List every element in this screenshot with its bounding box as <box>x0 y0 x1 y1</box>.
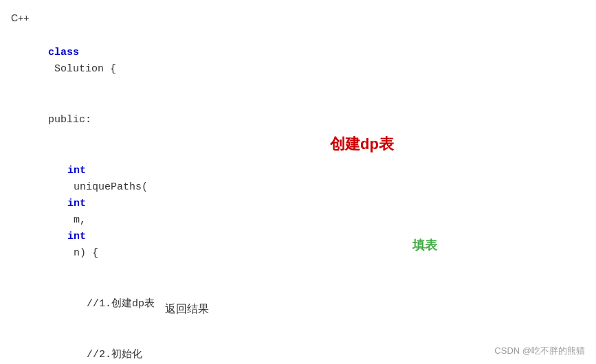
comment-1: //1.创建dp表 <box>87 298 155 310</box>
fn-name: uniquePaths( <box>67 181 148 193</box>
keyword-class: class <box>48 47 79 58</box>
param-n: n) { <box>67 247 98 259</box>
lang-label: C++ <box>0 7 596 27</box>
class-name: Solution { <box>48 63 116 75</box>
code-line-3: int uniquePaths( int m, int n) { <box>11 146 585 279</box>
code-line-1: class Solution { <box>11 27 585 95</box>
code-block: class Solution { public: int uniquePaths… <box>0 27 596 364</box>
annotation-fill-table: 填表 <box>412 237 437 253</box>
annotation-return-result: 返回结果 <box>165 302 209 317</box>
keyword-int-2: int <box>67 198 86 209</box>
keyword-int-3: int <box>67 231 86 242</box>
code-line-2: public: <box>11 95 585 146</box>
public-keyword: public: <box>48 114 91 126</box>
code-line-4: //1.创建dp表 <box>11 279 585 330</box>
param-m: m, <box>67 214 92 226</box>
comment-2: //2.初始化 <box>87 349 142 361</box>
watermark: CSDN @吃不胖的熊猫 <box>494 345 585 357</box>
annotation-create-dp: 创建dp表 <box>330 134 394 155</box>
keyword-int-1: int <box>67 165 86 177</box>
